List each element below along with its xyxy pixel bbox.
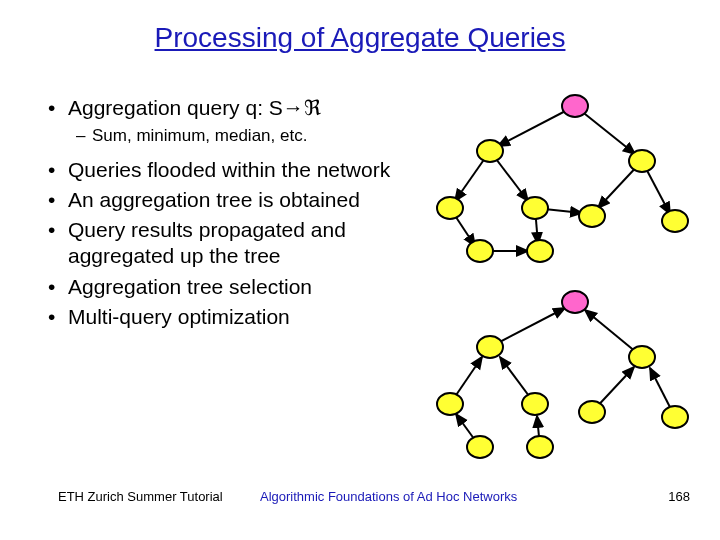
footer-center: Algorithmic Foundations of Ad Hoc Networ… — [260, 489, 517, 504]
sub-bullet-examples: Sum, minimum, median, etc. — [76, 125, 428, 146]
svg-point-29 — [629, 346, 655, 368]
bullet-list-2: Queries flooded within the network An ag… — [48, 157, 428, 331]
svg-point-15 — [579, 205, 605, 227]
graph-flood-svg — [420, 86, 690, 266]
slide: Processing of Aggregate Queries Aggregat… — [0, 0, 720, 540]
slide-title: Processing of Aggregate Queries — [0, 22, 720, 54]
svg-point-18 — [527, 240, 553, 262]
svg-point-17 — [467, 240, 493, 262]
svg-point-14 — [522, 197, 548, 219]
svg-point-11 — [477, 140, 503, 162]
sub-bullet-list: Sum, minimum, median, etc. — [76, 125, 428, 146]
graph-flood — [420, 86, 690, 266]
bullet-aggregation-query: Aggregation query q: S→ℜ — [48, 95, 428, 121]
svg-point-30 — [437, 393, 463, 415]
svg-point-34 — [467, 436, 493, 458]
svg-point-16 — [662, 210, 688, 232]
svg-point-28 — [477, 336, 503, 358]
bullet-flooded: Queries flooded within the network — [48, 157, 428, 183]
bullet-tree-obtained: An aggregation tree is obtained — [48, 187, 428, 213]
graph-aggregate-svg — [420, 282, 690, 467]
bullet-list: Aggregation query q: S→ℜ — [48, 95, 428, 121]
graph-aggregate — [420, 282, 690, 467]
svg-point-31 — [522, 393, 548, 415]
footer-left: ETH Zurich Summer Tutorial — [58, 489, 223, 504]
page-number: 168 — [668, 489, 690, 504]
svg-point-13 — [437, 197, 463, 219]
svg-point-35 — [527, 436, 553, 458]
svg-point-32 — [579, 401, 605, 423]
slide-body: Aggregation query q: S→ℜ Sum, minimum, m… — [48, 95, 428, 334]
svg-point-12 — [629, 150, 655, 172]
bullet-multi-query: Multi-query optimization — [48, 304, 428, 330]
svg-point-27 — [562, 291, 588, 313]
svg-point-10 — [562, 95, 588, 117]
bullet-propagated: Query results propagated and aggregated … — [48, 217, 428, 270]
bullet-tree-selection: Aggregation tree selection — [48, 274, 428, 300]
svg-point-33 — [662, 406, 688, 428]
